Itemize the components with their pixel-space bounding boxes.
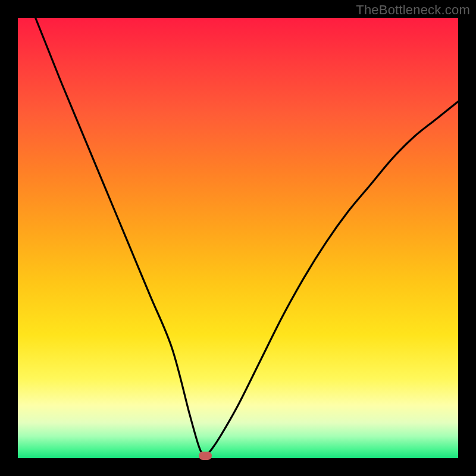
watermark-text: TheBottleneck.com [356,2,470,18]
chart-frame: TheBottleneck.com [0,0,476,476]
optimal-point-marker [199,452,212,460]
curve-svg [18,18,458,458]
bottleneck-curve [36,18,458,455]
plot-area [18,18,458,458]
